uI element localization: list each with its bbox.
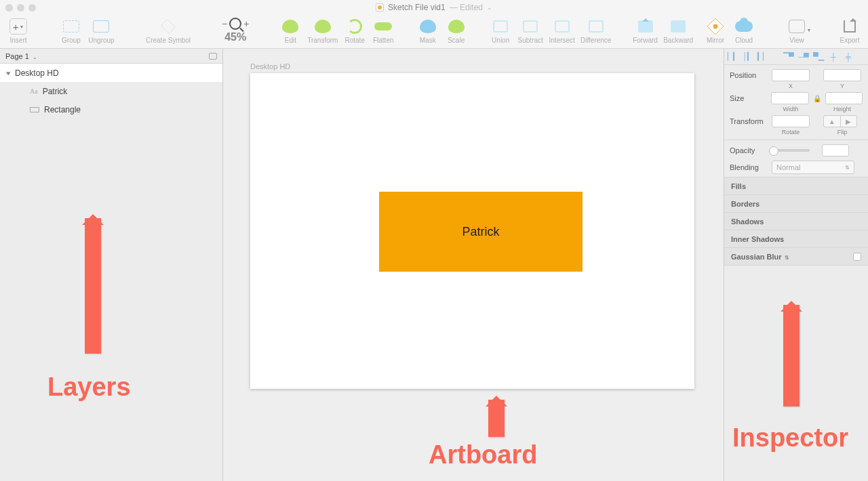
zoom-out-icon[interactable]: − <box>222 18 227 29</box>
subtract-button[interactable]: Subtract <box>517 18 543 44</box>
borders-label: Borders <box>731 200 760 208</box>
insert-label: Insert <box>9 37 26 44</box>
align-left-icon[interactable]: ▏▎ <box>728 52 738 62</box>
rotate-button[interactable]: Rotate <box>343 18 366 44</box>
page-selector[interactable]: Page 1 ⌄ <box>0 49 222 64</box>
distribute-v-icon[interactable]: ╪ <box>844 52 853 62</box>
backward-button[interactable]: Backward <box>663 18 693 44</box>
layer-artboard[interactable]: ▾ Desktop HD <box>0 64 222 82</box>
rotate-input[interactable] <box>772 115 810 127</box>
rectangle-shape[interactable]: Patrick <box>379 192 583 272</box>
create-symbol-button[interactable]: Create Symbol <box>144 18 192 44</box>
fills-section[interactable]: Fills <box>724 177 868 195</box>
backward-icon <box>671 20 686 33</box>
flatten-label: Flatten <box>373 37 394 44</box>
rectangle-text: Patrick <box>462 225 499 239</box>
forward-button[interactable]: Forward <box>633 18 658 44</box>
width-label: Width <box>772 106 810 112</box>
transform-button[interactable]: Transform <box>307 18 338 44</box>
position-label: Position <box>730 71 768 79</box>
scale-label: Scale <box>448 37 465 44</box>
rotate-label: Rotate <box>344 37 364 44</box>
opacity-label: Opacity <box>730 146 768 154</box>
flatten-button[interactable]: Flatten <box>372 18 395 44</box>
artboard[interactable]: Patrick <box>250 73 694 389</box>
align-right-icon[interactable]: ▎▏ <box>758 52 768 62</box>
disclosure-triangle-icon[interactable]: ▾ <box>6 70 11 77</box>
export-button[interactable]: Export <box>838 18 861 44</box>
cloud-button[interactable]: Cloud <box>732 18 755 44</box>
flip-control[interactable]: ▲▶ <box>823 115 857 127</box>
x-label: X <box>772 83 810 89</box>
size-label: Size <box>730 94 767 102</box>
flip-h-icon[interactable]: ▲ <box>824 116 841 127</box>
distribute-h-icon[interactable]: ┼ <box>829 52 838 62</box>
transform-icon <box>315 20 331 33</box>
intersect-button[interactable]: Intersect <box>549 18 575 44</box>
zoom-control[interactable]: − + 45% <box>222 18 249 43</box>
position-x-input[interactable] <box>772 69 810 81</box>
document-status: — Edited <box>450 3 483 12</box>
group-button[interactable]: Group <box>60 18 83 44</box>
union-button[interactable]: Union <box>489 18 512 44</box>
lock-icon[interactable]: 🔒 <box>813 95 821 102</box>
opacity-input[interactable] <box>822 144 849 156</box>
mirror-label: Mirror <box>707 37 724 44</box>
align-bottom-icon[interactable]: ▀▁ <box>814 52 823 62</box>
view-icon <box>789 20 805 33</box>
edit-label: Edit <box>285 37 296 44</box>
mirror-button[interactable]: Mirror <box>704 18 727 44</box>
edit-button[interactable]: Edit <box>279 18 302 44</box>
close-window-icon[interactable] <box>5 4 13 12</box>
shadows-label: Shadows <box>731 217 764 226</box>
width-input[interactable] <box>771 92 808 104</box>
flip-sublabel: Flip <box>823 129 861 135</box>
traffic-lights <box>5 4 36 12</box>
layers-panel: Page 1 ⌄ ▾ Desktop HD Aa Patrick Rectang… <box>0 49 223 481</box>
text-layer-icon: Aa <box>30 87 38 95</box>
shadows-section[interactable]: Shadows <box>724 213 868 230</box>
position-y-input[interactable] <box>823 69 861 81</box>
difference-button[interactable]: Difference <box>580 18 611 44</box>
y-label: Y <box>823 83 861 89</box>
blending-label: Blending <box>730 163 768 171</box>
layer-rectangle[interactable]: Rectangle <box>0 100 222 119</box>
align-center-h-icon[interactable]: │▎ <box>743 52 753 62</box>
pages-grid-icon[interactable] <box>209 53 217 60</box>
gaussian-checkbox[interactable] <box>853 253 861 261</box>
forward-icon <box>638 20 653 33</box>
zoom-window-icon[interactable] <box>28 4 36 12</box>
mask-button[interactable]: Mask <box>416 18 439 44</box>
canvas[interactable]: Desktop HD Patrick <box>223 49 724 481</box>
export-icon <box>844 20 856 33</box>
artboard-title[interactable]: Desktop HD <box>250 62 290 70</box>
scale-button[interactable]: Scale <box>445 18 468 44</box>
inner-shadows-section[interactable]: Inner Shadows <box>724 230 868 248</box>
zoom-in-icon[interactable]: + <box>243 18 249 29</box>
blending-select[interactable]: Normal ⇅ <box>772 161 854 174</box>
window-title[interactable]: Sketch File vid1 — Edited ⌄ <box>376 3 492 12</box>
chevron-updown-icon: ⇅ <box>785 255 789 261</box>
window-titlebar: Sketch File vid1 — Edited ⌄ <box>0 0 868 15</box>
align-center-v-icon[interactable]: ─▀ <box>799 52 808 62</box>
view-button[interactable]: View <box>785 18 808 44</box>
height-input[interactable] <box>825 92 863 104</box>
create-symbol-label: Create Symbol <box>146 37 191 44</box>
chevron-down-icon: ⌄ <box>487 4 492 11</box>
align-top-icon[interactable]: ▔▀ <box>784 52 793 62</box>
blending-value: Normal <box>776 163 800 171</box>
insert-button[interactable]: +▼ Insert <box>7 18 30 44</box>
opacity-slider[interactable] <box>772 149 810 152</box>
borders-section[interactable]: Borders <box>724 195 868 213</box>
export-label

: Export <box>840 37 860 44</box>
ungroup-button[interactable]: Ungroup <box>88 18 115 44</box>
mask-label: Mask <box>420 37 436 44</box>
mask-icon <box>420 20 436 33</box>
layer-text[interactable]: Aa Patrick <box>0 82 222 100</box>
flip-v-icon[interactable]: ▶ <box>841 116 857 127</box>
difference-icon <box>589 20 604 33</box>
minimize-window-icon[interactable] <box>17 4 24 12</box>
union-label: Union <box>492 37 509 44</box>
inspector-panel: ▏▎ │▎ ▎▏ ▔▀ ─▀ ▀▁ ┼ ╪ Position XY Size 🔒 <box>724 49 868 481</box>
gaussian-blur-section[interactable]: Gaussian Blur⇅ <box>724 248 868 266</box>
